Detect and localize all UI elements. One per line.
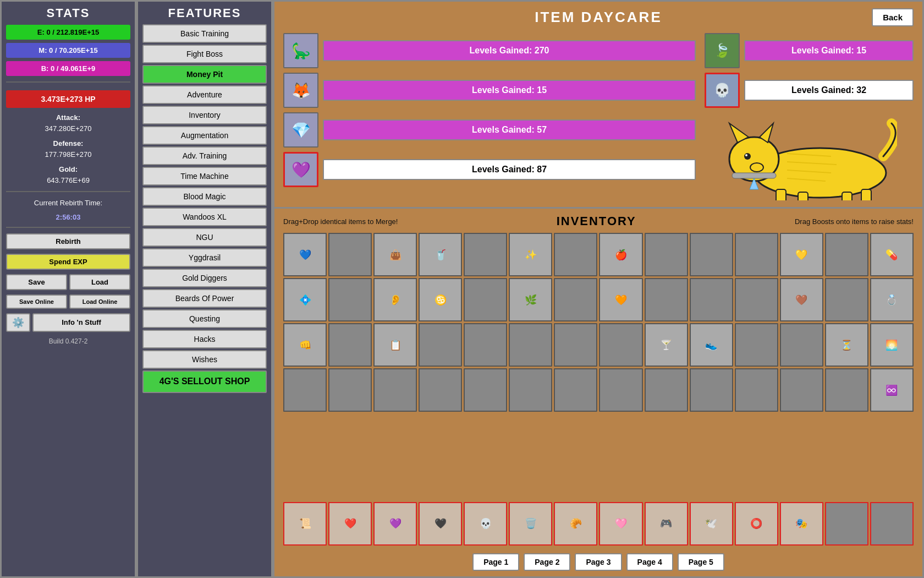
- inv-cell-r1-c1[interactable]: [328, 278, 372, 321]
- inv-cell-r3-c1[interactable]: [328, 368, 372, 412]
- feature-btn-time-machine[interactable]: Time Machine: [142, 167, 267, 186]
- inv-cell-r1-c11[interactable]: 🤎: [780, 278, 823, 321]
- feature-btn-adventure[interactable]: Adventure: [142, 85, 267, 104]
- equipped-cell-1[interactable]: ❤️: [328, 502, 372, 546]
- equipped-cell-9[interactable]: 🕊️: [690, 502, 733, 546]
- daycare-item-icon-0[interactable]: 🦕: [283, 33, 318, 68]
- inv-cell-r3-c3[interactable]: [419, 368, 462, 412]
- equipped-cell-4[interactable]: 💀: [464, 502, 507, 546]
- inv-cell-r2-c11[interactable]: [780, 323, 823, 367]
- inv-cell-r3-c4[interactable]: [464, 368, 507, 412]
- inv-cell-r1-c13[interactable]: 💍: [870, 278, 914, 321]
- inv-cell-r0-c12[interactable]: [825, 233, 868, 276]
- equipped-cell-7[interactable]: 🩷: [599, 502, 642, 546]
- inv-cell-r3-c13[interactable]: ♾️: [870, 368, 914, 412]
- daycare-item-icon-1[interactable]: 🦊: [283, 73, 318, 108]
- equipped-cell-10[interactable]: ⭕: [735, 502, 778, 546]
- feature-btn-questing[interactable]: Questing: [142, 309, 267, 328]
- feature-btn-4g's-sellout-shop[interactable]: 4G'S SELLOUT SHOP: [142, 370, 267, 393]
- inv-cell-r3-c5[interactable]: [509, 368, 552, 412]
- inv-cell-r2-c5[interactable]: [509, 323, 552, 367]
- inv-cell-r0-c3[interactable]: 🥤: [419, 233, 462, 276]
- inv-cell-r2-c3[interactable]: [419, 323, 462, 367]
- inv-cell-r2-c6[interactable]: [554, 323, 597, 367]
- inv-cell-r2-c8[interactable]: 🍸: [645, 323, 688, 367]
- page-btn-2[interactable]: Page 2: [524, 553, 570, 571]
- inv-cell-r0-c4[interactable]: [464, 233, 507, 276]
- equipped-cell-11[interactable]: 🎭: [780, 502, 823, 546]
- inv-cell-r1-c8[interactable]: [645, 278, 688, 321]
- inv-cell-r0-c1[interactable]: [328, 233, 372, 276]
- inv-cell-r0-c10[interactable]: [735, 233, 778, 276]
- feature-btn-yggdrasil[interactable]: Yggdrasil: [142, 248, 267, 267]
- page-btn-3[interactable]: Page 3: [575, 553, 622, 571]
- feature-btn-money-pit[interactable]: Money Pit: [142, 65, 267, 84]
- settings-button[interactable]: ⚙️: [6, 313, 30, 332]
- inv-cell-r0-c9[interactable]: [690, 233, 733, 276]
- feature-btn-ngu[interactable]: NGU: [142, 228, 267, 247]
- feature-btn-adv.-training[interactable]: Adv. Training: [142, 146, 267, 165]
- inv-cell-r3-c7[interactable]: [599, 368, 642, 412]
- load-button[interactable]: Load: [69, 274, 130, 290]
- inv-cell-r3-c12[interactable]: [825, 368, 868, 412]
- equipped-cell-6[interactable]: 🥐: [554, 502, 597, 546]
- feature-btn-fight-boss[interactable]: Fight Boss: [142, 45, 267, 63]
- inv-cell-r1-c0[interactable]: 💠: [283, 278, 327, 321]
- daycare-item-icon-2[interactable]: 💎: [283, 112, 318, 148]
- equipped-cell-5[interactable]: 🗑️: [509, 502, 552, 546]
- feature-btn-augmentation[interactable]: Augmentation: [142, 126, 267, 145]
- equipped-cell-12[interactable]: [825, 502, 868, 546]
- equipped-cell-8[interactable]: 🎮: [645, 502, 688, 546]
- inv-cell-r0-c0[interactable]: 💙: [283, 233, 327, 276]
- inv-cell-r0-c11[interactable]: 💛: [780, 233, 823, 276]
- spend-exp-button[interactable]: Spend EXP: [6, 254, 130, 270]
- inv-cell-r2-c10[interactable]: [735, 323, 778, 367]
- inv-cell-r0-c13[interactable]: 💊: [870, 233, 914, 276]
- inv-cell-r1-c10[interactable]: [735, 278, 778, 321]
- save-button[interactable]: Save: [6, 274, 67, 290]
- inv-cell-r0-c8[interactable]: [645, 233, 688, 276]
- feature-btn-wishes[interactable]: Wishes: [142, 350, 267, 369]
- feature-btn-gold-diggers[interactable]: Gold Diggers: [142, 269, 267, 287]
- inv-cell-r2-c13[interactable]: 🌅: [870, 323, 914, 367]
- load-online-button[interactable]: Load Online: [69, 295, 130, 309]
- inv-cell-r0-c6[interactable]: [554, 233, 597, 276]
- inv-cell-r1-c12[interactable]: [825, 278, 868, 321]
- inv-cell-r2-c9[interactable]: 👟: [690, 323, 733, 367]
- inv-cell-r1-c6[interactable]: [554, 278, 597, 321]
- back-button[interactable]: Back: [872, 8, 914, 26]
- equipped-cell-3[interactable]: 🖤: [419, 502, 462, 546]
- inv-cell-r1-c7[interactable]: 🧡: [599, 278, 642, 321]
- page-btn-4[interactable]: Page 4: [626, 553, 673, 571]
- page-btn-1[interactable]: Page 1: [472, 553, 519, 571]
- feature-btn-beards-of-power[interactable]: Beards Of Power: [142, 289, 267, 308]
- inv-cell-r3-c11[interactable]: [780, 368, 823, 412]
- inv-cell-r1-c2[interactable]: 👂: [373, 278, 417, 321]
- feature-btn-blood-magic[interactable]: Blood Magic: [142, 187, 267, 206]
- inv-cell-r0-c5[interactable]: ✨: [509, 233, 552, 276]
- equipped-cell-0[interactable]: 📜: [283, 502, 327, 546]
- feature-btn-inventory[interactable]: Inventory: [142, 106, 267, 124]
- inv-cell-r0-c7[interactable]: 🍎: [599, 233, 642, 276]
- inv-cell-r2-c4[interactable]: [464, 323, 507, 367]
- inv-cell-r1-c9[interactable]: [690, 278, 733, 321]
- equipped-cell-13[interactable]: [870, 502, 914, 546]
- inv-cell-r1-c3[interactable]: ♋: [419, 278, 462, 321]
- inv-cell-r1-c5[interactable]: 🌿: [509, 278, 552, 321]
- daycare-right-icon-0[interactable]: 🍃: [705, 33, 740, 68]
- inv-cell-r2-c0[interactable]: 👊: [283, 323, 327, 367]
- feature-btn-wandoos-xl[interactable]: Wandoos XL: [142, 208, 267, 226]
- feature-btn-hacks[interactable]: Hacks: [142, 330, 267, 348]
- rebirth-button[interactable]: Rebirth: [6, 233, 130, 249]
- inv-cell-r3-c9[interactable]: [690, 368, 733, 412]
- inv-cell-r3-c2[interactable]: [373, 368, 417, 412]
- equipped-cell-2[interactable]: 💜: [373, 502, 417, 546]
- save-online-button[interactable]: Save Online: [6, 295, 67, 309]
- inv-cell-r3-c6[interactable]: [554, 368, 597, 412]
- inv-cell-r0-c2[interactable]: 👜: [373, 233, 417, 276]
- inv-cell-r1-c4[interactable]: [464, 278, 507, 321]
- inv-cell-r3-c0[interactable]: [283, 368, 327, 412]
- daycare-right-icon-1[interactable]: 💀: [705, 73, 740, 108]
- inv-cell-r2-c7[interactable]: [599, 323, 642, 367]
- feature-btn-basic-training[interactable]: Basic Training: [142, 24, 267, 43]
